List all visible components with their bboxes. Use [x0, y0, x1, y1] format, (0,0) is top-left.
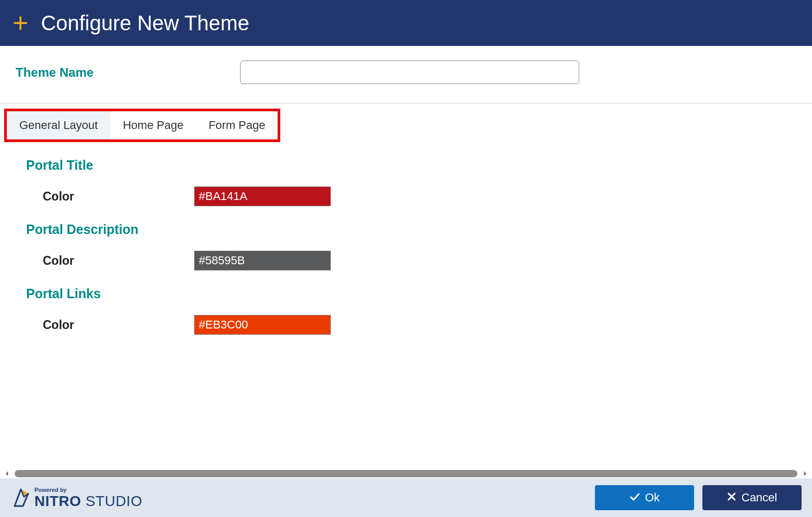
nitro-logo-icon: [10, 487, 31, 508]
tab-form-page[interactable]: Form Page: [196, 111, 278, 139]
theme-name-label: Theme Name: [16, 65, 240, 80]
field-label-color: Color: [43, 318, 194, 332]
close-icon: [727, 492, 736, 504]
field-label-color: Color: [43, 190, 194, 204]
brand-block: Powered by NITRO STUDIO: [10, 487, 142, 509]
theme-name-input[interactable]: [240, 61, 579, 84]
scroll-right-icon[interactable]: [801, 469, 810, 478]
field-label-color: Color: [43, 254, 194, 268]
field-row-portal-title-color: Color #BA141A: [43, 186, 791, 206]
tabs-highlight-box: General Layout Home Page Form Page: [4, 109, 280, 142]
tabs-container: General Layout Home Page Form Page: [0, 103, 812, 142]
footer-buttons: Ok Cancel: [595, 485, 802, 510]
color-input-portal-links[interactable]: #EB3C00: [194, 315, 331, 335]
horizontal-scrollbar[interactable]: [0, 469, 812, 478]
tab-home-page[interactable]: Home Page: [110, 111, 196, 139]
ok-button-label: Ok: [645, 491, 660, 504]
color-input-portal-title[interactable]: #BA141A: [194, 186, 331, 206]
scroll-thumb[interactable]: [15, 470, 797, 477]
section-title-portal-description: Portal Description: [26, 222, 791, 237]
ok-button[interactable]: Ok: [595, 485, 694, 510]
color-input-portal-description[interactable]: #58595B: [194, 251, 331, 271]
content-area: Portal Title Color #BA141A Portal Descri…: [0, 142, 812, 469]
page-title: Configure New Theme: [41, 11, 249, 35]
check-icon: [629, 491, 640, 504]
header-bar: + Configure New Theme: [0, 0, 812, 46]
field-row-portal-description-color: Color #58595B: [43, 251, 791, 271]
theme-name-row: Theme Name: [0, 46, 812, 103]
cancel-button[interactable]: Cancel: [702, 485, 802, 510]
brand-powered-by: Powered by: [34, 487, 142, 493]
section-title-portal-links: Portal Links: [26, 286, 791, 301]
brand-name: NITRO STUDIO: [34, 494, 142, 509]
tab-general-layout[interactable]: General Layout: [7, 111, 110, 139]
scroll-left-icon[interactable]: [2, 469, 11, 478]
field-row-portal-links-color: Color #EB3C00: [43, 315, 791, 335]
footer-bar: Powered by NITRO STUDIO Ok Cancel: [0, 478, 812, 517]
cancel-button-label: Cancel: [742, 491, 777, 504]
section-title-portal-title: Portal Title: [26, 158, 791, 173]
plus-icon: +: [13, 9, 28, 37]
